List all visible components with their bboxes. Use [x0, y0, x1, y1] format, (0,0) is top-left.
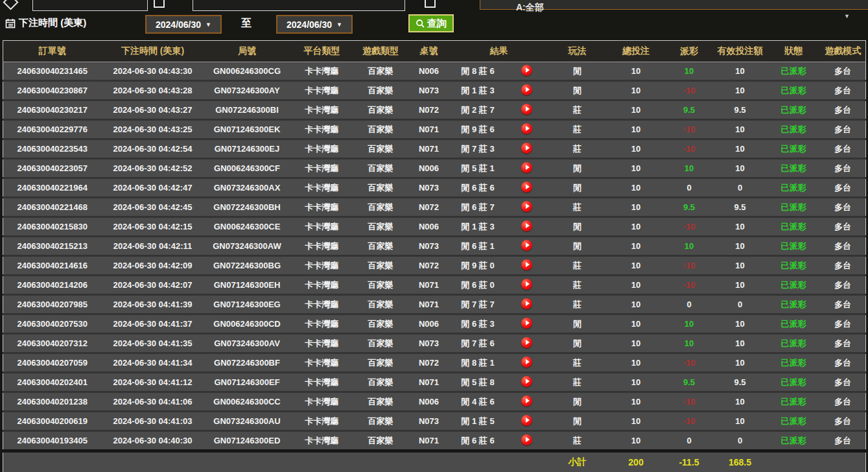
column-header: 總投注 — [607, 41, 665, 62]
play-icon — [526, 145, 530, 150]
chevron-down-icon: ▼ — [336, 21, 342, 28]
cell-play: 莊 — [548, 120, 607, 139]
cell-mode: 多台 — [821, 120, 866, 139]
cell-result: 閒 5 莊 8 — [451, 373, 506, 392]
replay-button[interactable] — [521, 415, 532, 426]
cell-replay — [506, 81, 548, 100]
column-header: 結果 — [451, 41, 548, 62]
cell-status: 已派彩 — [767, 334, 821, 353]
replay-button[interactable] — [521, 434, 532, 445]
cell-result: 閒 4 莊 6 — [451, 392, 506, 412]
cell-mode: 多台 — [821, 295, 866, 314]
cell-round: GN072246300BF — [204, 353, 290, 373]
cell-time: 2024-06-30 04:41:37 — [102, 314, 204, 334]
agent-icon — [154, 0, 165, 8]
category-select[interactable]: A:全部 ▼ — [480, 0, 868, 10]
replay-button[interactable] — [521, 298, 532, 309]
cell-mode: 多台 — [821, 81, 866, 100]
table-footer: 小計 200 -11.5 168.5 總計 350 16.5 296.5 — [3, 451, 866, 472]
cell-play: 莊 — [548, 276, 607, 295]
cell-play: 閒 — [548, 159, 607, 178]
replay-button[interactable] — [521, 395, 532, 407]
replay-button[interactable] — [521, 65, 532, 76]
play-icon — [526, 204, 530, 209]
cell-result: 閒 6 莊 3 — [451, 314, 506, 334]
replay-button[interactable] — [521, 376, 532, 387]
cell-play: 閒 — [548, 314, 607, 334]
replay-button[interactable] — [521, 279, 532, 290]
cell-mode: 多台 — [821, 159, 866, 178]
cell-play: 閒 — [548, 392, 607, 412]
cell-total-bet: 10 — [607, 334, 665, 353]
cell-result: 閒 7 莊 7 — [451, 295, 506, 314]
replay-button[interactable] — [521, 123, 532, 134]
replay-button[interactable] — [521, 201, 532, 212]
agent-input[interactable] — [193, 0, 405, 11]
play-icon — [526, 398, 530, 403]
column-header: 派彩 — [665, 41, 714, 62]
cell-round: GN006246300CC — [204, 392, 290, 412]
cell-status: 已派彩 — [767, 392, 821, 412]
account-input[interactable] — [32, 0, 148, 11]
cell-order: 240630040230217 — [3, 100, 102, 120]
play-icon — [526, 165, 530, 170]
cell-round: GN073246300AW — [204, 237, 290, 256]
replay-button[interactable] — [521, 337, 532, 348]
replay-button[interactable] — [521, 104, 532, 115]
table-row: 2406300402073122024-06-30 04:41:35GN0732… — [3, 334, 866, 353]
cell-play: 莊 — [548, 295, 607, 314]
cell-payout: -10 — [665, 256, 714, 276]
table-row: 2406300402230572024-06-30 04:42:52GN0062… — [3, 159, 866, 178]
cell-round: GN006246300CE — [204, 217, 290, 237]
cell-status: 已派彩 — [767, 276, 821, 295]
cell-mode: 多台 — [821, 314, 866, 334]
cell-table-no: N072 — [408, 353, 451, 373]
cell-status: 已派彩 — [767, 353, 821, 373]
cell-valid-bet: 0 — [714, 431, 767, 451]
cell-order: 240630040231465 — [3, 62, 102, 81]
replay-button[interactable] — [521, 182, 532, 193]
cell-platform: 卡卡灣廳 — [290, 198, 354, 217]
column-header: 有效投注額 — [714, 41, 767, 62]
replay-button[interactable] — [521, 240, 532, 251]
table-row: 2406300402219642024-06-30 04:42:47GN0732… — [3, 178, 866, 198]
cell-valid-bet: 10 — [714, 81, 767, 100]
cell-platform: 卡卡灣廳 — [290, 256, 354, 276]
replay-button[interactable] — [521, 318, 532, 329]
cell-time: 2024-06-30 04:42:07 — [102, 276, 204, 295]
chevron-down-icon: ▼ — [844, 1, 850, 31]
query-button[interactable]: 查詢 — [408, 14, 454, 32]
replay-button[interactable] — [521, 220, 532, 231]
query-button-label: 查詢 — [427, 18, 447, 30]
cell-time: 2024-06-30 04:42:54 — [102, 139, 204, 159]
cell-total-bet: 10 — [607, 198, 665, 217]
cell-order: 240630040229776 — [3, 120, 102, 139]
replay-button[interactable] — [521, 84, 532, 95]
cell-total-bet: 10 — [607, 353, 665, 373]
cell-result: 閒 7 莊 3 — [451, 139, 506, 159]
table-row: 2406300402214682024-06-30 04:42:45GN0722… — [3, 198, 866, 217]
play-icon — [526, 437, 530, 442]
date-to-select[interactable]: 2024/06/30 ▼ — [276, 15, 353, 34]
cell-time: 2024-06-30 04:42:45 — [102, 198, 204, 217]
cell-time: 2024-06-30 04:41:39 — [102, 295, 204, 314]
table-row: 2406300402075302024-06-30 04:41:37GN0062… — [3, 314, 866, 334]
cell-game: 百家樂 — [354, 431, 408, 451]
date-from-value: 2024/06/30 — [156, 19, 201, 30]
date-from-select[interactable]: 2024/06/30 ▼ — [145, 15, 222, 34]
cell-result: 閒 1 莊 5 — [451, 412, 506, 431]
replay-button[interactable] — [521, 162, 532, 173]
replay-button[interactable] — [521, 143, 532, 154]
cell-replay — [506, 353, 548, 373]
cell-result: 閒 2 莊 7 — [451, 100, 506, 120]
replay-button[interactable] — [521, 357, 532, 368]
table-row: 2406300401934052024-06-30 04:40:30GN0712… — [3, 431, 866, 451]
cell-payout: -10 — [665, 276, 714, 295]
replay-button[interactable] — [521, 259, 532, 270]
cell-platform: 卡卡灣廳 — [290, 353, 354, 373]
cell-valid-bet: 10 — [714, 217, 767, 237]
cell-time: 2024-06-30 04:41:06 — [102, 392, 204, 412]
cell-table-no: N071 — [408, 431, 451, 451]
cell-game: 百家樂 — [354, 295, 408, 314]
cell-order: 240630040207530 — [3, 314, 102, 334]
